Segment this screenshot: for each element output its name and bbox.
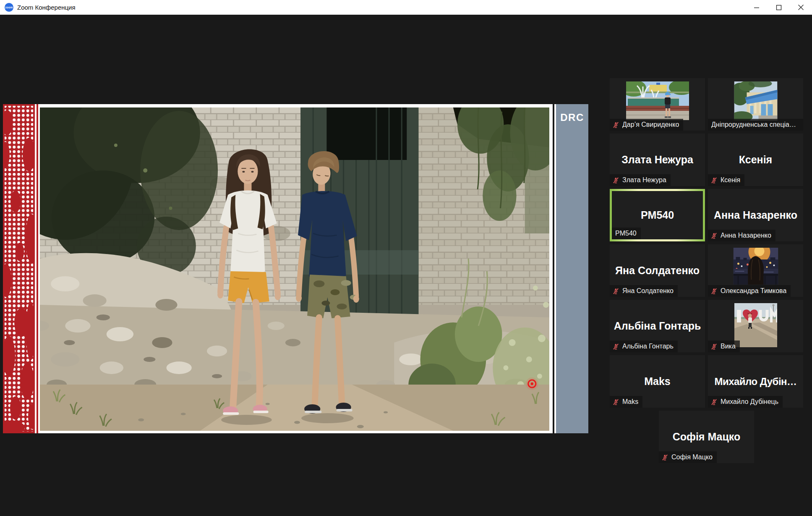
drc-dots-banner (3, 104, 35, 433)
participant-tile-maks[interactable]: Maks Maks (610, 355, 705, 408)
participant-tile-anna[interactable]: Анна Назаренко Анна Назаренко (708, 189, 803, 241)
participant-video-building (734, 81, 777, 120)
participant-label: PM540 (612, 228, 641, 239)
participant-tile-albina[interactable]: Альбіна Гонтарь Альбіна Гонтарь (610, 300, 705, 352)
drc-logo: DRC (556, 112, 588, 123)
participants-grid: Дар’я Свириденко Дніпрорудненсь (610, 78, 803, 408)
laser-pointer-dot (526, 377, 538, 390)
muted-mic-icon (661, 454, 668, 461)
minimize-button[interactable] (745, 0, 768, 15)
participant-tile-vika[interactable]: Вика (708, 300, 803, 352)
close-icon (798, 4, 804, 10)
participant-tile-pm540-active-speaker[interactable]: PM540 PM540 (610, 189, 705, 241)
shared-screen-frame (40, 104, 553, 433)
maximize-button[interactable] (768, 0, 790, 15)
zoom-app-icon: zoom (5, 3, 13, 12)
muted-mic-icon (612, 288, 619, 295)
muted-mic-icon (710, 232, 718, 239)
muted-mic-icon (612, 398, 619, 406)
participant-label: Злата Нежура (610, 174, 671, 186)
participant-video-uman (734, 303, 777, 347)
shared-video-scene (40, 107, 549, 431)
participant-tile-oleksandra[interactable]: Олександра Тимкова (708, 244, 803, 297)
participant-tile-zlata[interactable]: Злата Нежура Злата Нежура (610, 134, 705, 186)
participant-label: Михайло Дубінець (708, 396, 783, 408)
participant-label: Альбіна Гонтарь (610, 341, 678, 352)
participant-label: Maks (610, 396, 642, 408)
window-title: Zoom Конференция (17, 4, 76, 11)
maximize-icon (776, 5, 782, 10)
participant-video-fountain (626, 81, 689, 120)
participant-label: Дар’я Свириденко (610, 119, 683, 131)
participant-video-sunset (733, 248, 778, 285)
zoom-meeting-window: { "window": { "title": "Zoom Конференция… (0, 0, 812, 516)
participant-label: Ксенія (708, 174, 744, 186)
participant-label: Олександра Тимкова (708, 285, 791, 297)
participant-tile-daria[interactable]: Дар’я Свириденко (610, 78, 705, 131)
participant-label: Анна Назаренко (708, 230, 775, 241)
window-titlebar[interactable]: zoom Zoom Конференция (0, 0, 812, 15)
banner-pinstripes (35, 104, 40, 433)
muted-mic-icon (710, 288, 718, 295)
participant-label: Вика (708, 341, 740, 352)
minimize-icon (754, 5, 760, 10)
muted-mic-icon (612, 121, 619, 128)
participant-label: Софія Мацко (659, 451, 717, 463)
meeting-main-area: DRC (0, 15, 812, 516)
close-button[interactable] (790, 0, 812, 15)
window-controls (745, 0, 812, 15)
participant-label: Яна Солдатенко (610, 285, 678, 297)
muted-mic-icon (710, 177, 718, 184)
participant-tile-mykhailo[interactable]: Михайло Дубін… Михайло Дубінець (708, 355, 803, 408)
muted-mic-icon (612, 177, 619, 184)
drc-brand-panel: DRC (556, 104, 588, 433)
muted-mic-icon (710, 343, 718, 350)
participant-tile-school[interactable]: Дніпрорудненська спеціалі… (708, 78, 803, 131)
muted-mic-icon (612, 343, 619, 350)
participant-tile-kseniia[interactable]: Ксенія Ксенія (708, 134, 803, 186)
participant-label: Дніпрорудненська спеціалі… (708, 119, 803, 131)
muted-mic-icon (710, 398, 718, 406)
participant-tile-yana[interactable]: Яна Солдатенко Яна Солдатенко (610, 244, 705, 297)
participant-tile-sofiia[interactable]: Софія Мацко Софія Мацко (659, 411, 754, 463)
